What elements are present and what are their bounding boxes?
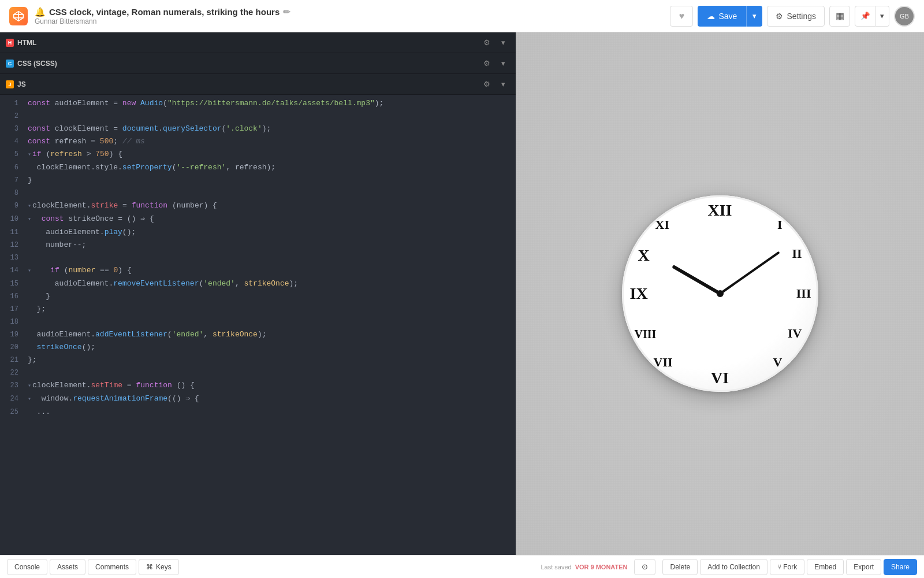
js-settings-btn[interactable]: ⚙ <box>480 77 494 91</box>
settings-button[interactable]: ⚙ Settings <box>767 6 825 27</box>
fork-button[interactable]: ⑂ Fork <box>770 559 804 575</box>
token-punc: clockElement = <box>50 124 122 133</box>
js-collapse-btn[interactable]: ▾ <box>496 77 510 91</box>
clock-face: XII I II III IV V VI VII VIII IX X XI <box>622 195 818 392</box>
token-punc: ( <box>167 330 172 339</box>
token-punc: ); <box>375 99 384 108</box>
code-line-4: 4const refresh = 500; // ms <box>0 135 516 148</box>
token-punc: } <box>28 176 32 184</box>
save-status: Last saved VOR 9 MONATEN <box>541 564 627 570</box>
fold-arrow[interactable]: ▾ <box>28 396 31 402</box>
token-punc: ( <box>59 266 69 275</box>
js-code-editor[interactable]: 1const audioElement = new Audio("https:/… <box>0 95 516 555</box>
edit-icon[interactable]: ✏ <box>283 7 290 17</box>
keys-button[interactable]: ⌘ Keys <box>139 559 179 575</box>
line-number: 6 <box>0 161 18 174</box>
token-punc: ); <box>289 279 299 288</box>
js-tab-actions: ⚙ ▾ <box>480 77 510 91</box>
code-line-21: 21}; <box>0 354 516 366</box>
save-chevron-button[interactable]: ▾ <box>746 6 762 27</box>
token-punc: , <box>235 279 244 288</box>
token-punc: > <box>82 150 95 158</box>
line-number: 17 <box>0 303 18 316</box>
token-punc: } <box>28 292 50 301</box>
pin-button[interactable]: 📌 <box>855 6 875 27</box>
html-tab-actions: ⚙ ▾ <box>480 36 510 50</box>
open-external-button[interactable]: ⊙ <box>634 559 655 575</box>
fork-label: Fork <box>783 563 797 571</box>
code-line-23: 23▾clockElement.setTime = function () { <box>0 379 516 392</box>
gear-icon: ⚙ <box>776 12 783 21</box>
save-label: Save <box>718 12 737 21</box>
token-punc: ); <box>262 124 271 133</box>
html-icon: H <box>6 39 14 47</box>
save-button[interactable]: ☁ Save <box>698 6 746 27</box>
assets-button[interactable]: Assets <box>50 559 85 575</box>
fold-arrow[interactable]: ▾ <box>28 203 31 209</box>
main-content: H HTML ⚙ ▾ C CSS (SCSS) ⚙ ▾ J JS <box>0 32 924 555</box>
token-kw: new <box>122 99 136 108</box>
embed-button[interactable]: Embed <box>807 559 844 575</box>
export-button[interactable]: Export <box>846 559 881 575</box>
token-kw: const <box>28 99 50 108</box>
code-line-5: 5▾if (refresh > 750) { <box>0 148 516 161</box>
console-button[interactable]: Console <box>7 559 47 575</box>
css-settings-btn[interactable]: ⚙ <box>480 57 494 71</box>
fold-arrow[interactable]: ▾ <box>28 268 31 274</box>
line-content: }; <box>28 303 511 316</box>
comments-button[interactable]: Comments <box>88 559 136 575</box>
token-str: 'ended' <box>172 330 204 339</box>
line-content: const clockElement = document.querySelec… <box>28 123 511 135</box>
css-collapse-btn[interactable]: ▾ <box>496 57 510 71</box>
fold-arrow[interactable]: ▾ <box>28 383 31 389</box>
token-punc: (number) { <box>167 201 217 210</box>
token-prop: strike <box>91 201 118 210</box>
token-fn: document <box>122 124 158 133</box>
line-content: strikeOnce(); <box>28 341 511 354</box>
line-number: 15 <box>0 277 18 290</box>
line-content: ... <box>28 406 511 418</box>
js-tab-label: J JS <box>6 80 26 88</box>
status-time: VOR 9 MONATEN <box>575 564 628 570</box>
token-var-col: strikeOnce <box>244 279 289 288</box>
token-punc: ⇒ <box>140 214 145 223</box>
code-line-10: 10▾ const strikeOnce = () ⇒ { <box>0 213 516 226</box>
line-content: number--; <box>28 239 511 251</box>
numeral-VI: VI <box>711 369 729 387</box>
numeral-XII: XII <box>707 201 732 220</box>
numeral-IV: IV <box>788 326 802 341</box>
numeral-III: III <box>796 286 811 301</box>
code-line-1: 1const audioElement = new Audio("https:/… <box>0 97 516 110</box>
token-str: '--refresh' <box>176 163 226 172</box>
pin-group: 📌 ▾ <box>855 6 889 27</box>
token-fn: Audio <box>140 99 163 108</box>
fold-arrow[interactable]: ▾ <box>28 216 31 223</box>
keys-label: Keys <box>156 563 172 571</box>
line-number: 19 <box>0 328 18 341</box>
fold-arrow[interactable]: ▾ <box>28 151 31 158</box>
pin-chevron-button[interactable]: ▾ <box>875 6 889 27</box>
html-settings-btn[interactable]: ⚙ <box>480 36 494 50</box>
numeral-I: I <box>777 217 783 232</box>
token-punc: = <box>118 201 131 210</box>
title-text: CSS clock, vintage, Roman numerals, stri… <box>49 7 280 17</box>
token-fn: addEventListener <box>95 330 167 339</box>
console-label: Console <box>14 563 40 571</box>
add-collection-button[interactable]: Add to Collection <box>700 559 767 575</box>
line-content: ▾clockElement.setTime = function () { <box>28 379 511 392</box>
avatar[interactable]: GB <box>894 6 915 27</box>
status-prefix: Last saved <box>541 564 571 570</box>
share-button[interactable]: Share <box>884 559 917 575</box>
line-content: ▾ if (number == 0) { <box>28 264 511 277</box>
clock-center-dot <box>717 290 724 297</box>
heart-button[interactable]: ♥ <box>670 6 693 27</box>
grid-button[interactable]: ▦ <box>829 6 850 27</box>
html-collapse-btn[interactable]: ▾ <box>496 36 510 50</box>
token-punc: { <box>145 214 154 223</box>
delete-button[interactable]: Delete <box>662 559 698 575</box>
token-punc: () { <box>172 381 195 390</box>
token-fn: querySelector <box>163 124 221 133</box>
line-content: }; <box>28 354 511 366</box>
token-punc: ⇒ <box>185 394 190 403</box>
token-str: '.clock' <box>226 124 262 133</box>
